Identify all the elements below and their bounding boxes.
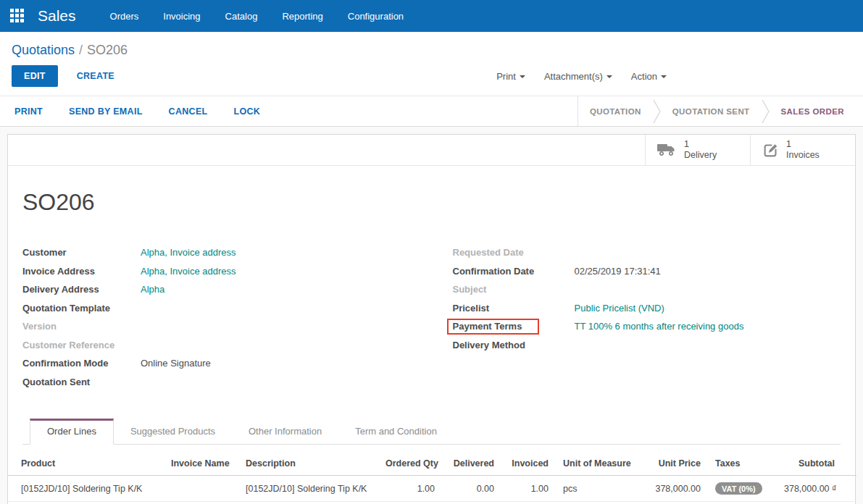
- invoices-smart-button[interactable]: 1 Invoices: [750, 135, 855, 165]
- col-unit-price[interactable]: Unit Price: [634, 453, 708, 476]
- record-title: SO206: [22, 189, 841, 216]
- cell-uom[interactable]: pcs: [556, 476, 634, 502]
- action-dropdown[interactable]: Action: [631, 71, 667, 82]
- edit-button[interactable]: EDIT: [12, 65, 58, 87]
- col-product[interactable]: Product: [8, 453, 164, 476]
- subject-label: Subject: [453, 282, 575, 295]
- cell-description[interactable]: [0152JD/10] Soldering Tip K/K: [238, 476, 378, 502]
- breadcrumb-quotations[interactable]: Quotations: [12, 43, 75, 57]
- tab-term-and-condition[interactable]: Term and Condition: [338, 419, 454, 445]
- cell-invoiced[interactable]: 1.00: [501, 476, 556, 502]
- status-sales-order[interactable]: SALES ORDER: [770, 96, 856, 126]
- tab-order-lines[interactable]: Order Lines: [30, 419, 114, 445]
- col-delivered[interactable]: Delivered: [442, 453, 501, 476]
- menu-orders[interactable]: Orders: [101, 7, 149, 26]
- order-lines-table: Product Invoice Name Description Ordered…: [8, 453, 856, 502]
- field-confirmation-mode: Confirmation Mode Online Signature: [22, 356, 432, 374]
- delivery-method-label: Delivery Method: [453, 337, 575, 350]
- cell-ordered-qty[interactable]: 1.00: [378, 476, 442, 502]
- field-version: Version: [22, 319, 432, 337]
- cancel-button[interactable]: CANCEL: [169, 106, 208, 117]
- col-invoice-name[interactable]: Invoice Name: [164, 453, 238, 476]
- table-row[interactable]: [0152JD/10] Soldering Tip K/K [0152JD/10…: [8, 476, 856, 502]
- menu-catalog[interactable]: Catalog: [216, 7, 267, 26]
- notebook: Order Lines Suggested Products Other Inf…: [22, 419, 841, 502]
- customer-value[interactable]: Alpha, Invoice address: [141, 245, 236, 258]
- form-sheet: 1 Delivery 1 Invoices SO206: [7, 134, 856, 504]
- field-quotation-sent: Quotation Sent: [22, 374, 432, 393]
- cell-delivered[interactable]: 0.00: [442, 476, 501, 502]
- workflow-buttons: PRINT SEND BY EMAIL CANCEL LOCK: [0, 96, 578, 126]
- payment-terms-highlight-box: Payment Terms: [447, 319, 540, 335]
- pricelist-value[interactable]: Public Pricelist (VND): [575, 301, 664, 314]
- control-panel-buttons: EDIT CREATE Print Attachment(s) Action: [0, 58, 863, 96]
- chevron-right-icon: [762, 96, 770, 126]
- cell-product[interactable]: [0152JD/10] Soldering Tip K/K: [8, 476, 164, 502]
- breadcrumb-separator: /: [79, 43, 83, 57]
- truck-icon: [657, 143, 677, 157]
- confirmation-date-label: Confirmation Date: [453, 264, 575, 277]
- field-customer: Customer Alpha, Invoice address: [22, 245, 432, 264]
- breadcrumb-current-record: SO206: [87, 43, 128, 57]
- menu-reporting[interactable]: Reporting: [272, 7, 332, 26]
- invoices-label: Invoices: [786, 150, 820, 161]
- lock-button[interactable]: LOCK: [234, 106, 261, 117]
- invoices-count: 1: [786, 139, 820, 150]
- delivery-label: Delivery: [684, 150, 717, 161]
- field-payment-terms: Payment Terms TT 100% 6 months after rec…: [453, 319, 841, 337]
- tax-badge[interactable]: VAT (0%): [715, 482, 762, 495]
- cell-subtotal[interactable]: 378,000.00 ₫: [777, 476, 856, 502]
- col-invoiced[interactable]: Invoiced: [501, 453, 556, 476]
- cell-unit-price[interactable]: 378,000.00: [634, 476, 708, 502]
- delivery-address-value[interactable]: Alpha: [141, 282, 164, 295]
- apps-menu-icon[interactable]: [10, 9, 25, 23]
- print-button[interactable]: PRINT: [14, 106, 43, 117]
- menu-configuration[interactable]: Configuration: [338, 7, 413, 26]
- payment-terms-value[interactable]: TT 100% 6 months after receiving goods: [575, 319, 744, 332]
- status-pipeline: QUOTATION QUOTATION SENT SALES ORDER: [578, 96, 863, 126]
- tab-other-information[interactable]: Other Information: [232, 419, 338, 445]
- tab-suggested-products[interactable]: Suggested Products: [114, 419, 232, 445]
- edit-icon: [762, 143, 779, 158]
- col-unit-of-measure[interactable]: Unit of Measure: [556, 453, 634, 476]
- version-label: Version: [22, 319, 141, 332]
- control-panel: Quotations/SO206 EDIT CREATE Print Attac…: [0, 32, 863, 127]
- top-navbar: Sales Orders Invoicing Catalog Reporting…: [0, 0, 863, 32]
- app-name[interactable]: Sales: [38, 7, 76, 25]
- payment-terms-label: Payment Terms: [453, 319, 575, 332]
- col-taxes[interactable]: Taxes: [708, 453, 777, 476]
- create-button[interactable]: CREATE: [77, 71, 114, 81]
- send-by-email-button[interactable]: SEND BY EMAIL: [69, 106, 143, 117]
- field-customer-reference: Customer Reference: [22, 337, 432, 356]
- cell-invoice-name[interactable]: [164, 476, 238, 502]
- confirmation-date-value: 02/25/2019 17:31:41: [575, 264, 661, 277]
- confirmation-mode-label: Confirmation Mode: [22, 356, 141, 369]
- menu-invoicing[interactable]: Invoicing: [154, 7, 209, 26]
- field-grid: Customer Alpha, Invoice address Invoice …: [22, 245, 841, 392]
- field-delivery-method: Delivery Method: [453, 337, 841, 356]
- col-description[interactable]: Description: [238, 453, 378, 476]
- field-group-right: Requested Date Confirmation Date 02/25/2…: [432, 245, 841, 392]
- field-invoice-address: Invoice Address Alpha, Invoice address: [22, 264, 432, 282]
- table-header-row: Product Invoice Name Description Ordered…: [8, 453, 856, 476]
- invoice-address-label: Invoice Address: [22, 264, 141, 277]
- requested-date-label: Requested Date: [453, 245, 575, 258]
- col-subtotal[interactable]: Subtotal: [777, 453, 856, 476]
- caret-down-icon: [661, 75, 667, 78]
- field-quotation-template: Quotation Template: [22, 301, 432, 319]
- invoice-address-value[interactable]: Alpha, Invoice address: [141, 264, 236, 277]
- action-dropdowns: Print Attachment(s) Action: [496, 71, 667, 82]
- col-ordered-qty[interactable]: Ordered Qty: [378, 453, 442, 476]
- caret-down-icon: [606, 75, 612, 78]
- attachments-dropdown[interactable]: Attachment(s): [544, 71, 612, 82]
- status-quotation[interactable]: QUOTATION: [578, 96, 653, 126]
- main-content: 1 Delivery 1 Invoices SO206: [0, 127, 863, 504]
- status-quotation-sent[interactable]: QUOTATION SENT: [661, 96, 762, 126]
- print-dropdown[interactable]: Print: [496, 71, 525, 82]
- customer-reference-label: Customer Reference: [22, 337, 141, 350]
- delivery-smart-button[interactable]: 1 Delivery: [645, 135, 750, 165]
- delivery-address-label: Delivery Address: [22, 282, 141, 295]
- customer-label: Customer: [22, 245, 141, 258]
- delivery-count: 1: [684, 139, 717, 150]
- cell-taxes[interactable]: VAT (0%): [708, 476, 777, 502]
